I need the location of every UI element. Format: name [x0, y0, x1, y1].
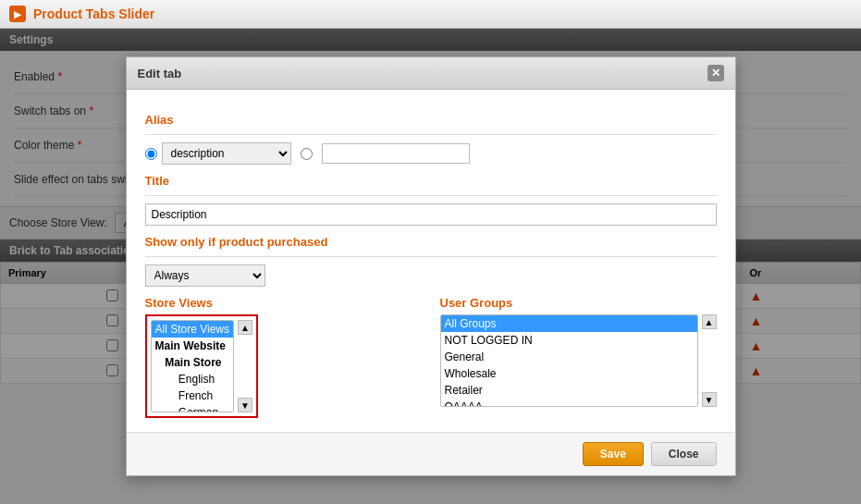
- alias-section-label: Alias: [145, 113, 717, 127]
- title-section-label: Title: [145, 174, 717, 188]
- modal-body: Alias description additional product_add…: [127, 90, 735, 432]
- modal-title: Edit tab: [138, 67, 182, 80]
- purchased-select[interactable]: Always Yes No: [145, 264, 265, 287]
- title-input[interactable]: [145, 203, 717, 226]
- alias-divider: [145, 134, 717, 135]
- user-listbox-wrap: All Groups NOT LOGGED IN General Wholesa…: [440, 314, 717, 407]
- user-scroll-up[interactable]: ▲: [702, 314, 717, 329]
- app-title: Product Tabs Slider: [33, 6, 154, 21]
- alias-dropdown-radio[interactable]: [145, 148, 157, 160]
- purchased-divider: [145, 256, 717, 257]
- store-scrollbar: ▲ ▼: [238, 320, 252, 412]
- modal-close-button[interactable]: ✕: [707, 65, 724, 81]
- purchased-row: Always Yes No: [145, 264, 717, 287]
- modal-dialog: Edit tab ✕ Alias description additional …: [126, 56, 736, 476]
- store-listbox-wrap: All Store Views Main Website Main Store …: [151, 320, 252, 412]
- alias-select-wrap: description additional product_additiona…: [145, 142, 291, 165]
- top-bar: ▶ Product Tabs Slider: [0, 0, 861, 29]
- user-groups-label: User Groups: [440, 296, 717, 310]
- store-scroll-up[interactable]: ▲: [238, 320, 252, 335]
- store-user-row: Store Views All Store Views Main Website…: [145, 296, 717, 418]
- alias-dropdown-select[interactable]: description additional product_additiona…: [162, 142, 291, 165]
- modal-overlay: Edit tab ✕ Alias description additional …: [0, 29, 861, 504]
- user-scroll-down[interactable]: ▼: [702, 392, 717, 407]
- store-scroll-down[interactable]: ▼: [238, 398, 252, 412]
- store-box-border: All Store Views Main Website Main Store …: [145, 314, 258, 418]
- modal-header: Edit tab ✕: [127, 57, 735, 90]
- user-scrollbar: ▲ ▼: [702, 314, 717, 407]
- store-listbox-inner: All Store Views Main Website Main Store …: [151, 320, 234, 412]
- store-views-listbox[interactable]: All Store Views Main Website Main Store …: [151, 320, 234, 412]
- alias-text-radio[interactable]: [301, 148, 313, 160]
- store-views-box: Store Views All Store Views Main Website…: [145, 296, 422, 418]
- modal-footer: Save Close: [127, 432, 735, 475]
- save-button[interactable]: Save: [583, 442, 644, 466]
- user-groups-listbox[interactable]: All Groups NOT LOGGED IN General Wholesa…: [440, 314, 698, 407]
- user-listbox-inner: All Groups NOT LOGGED IN General Wholesa…: [440, 314, 698, 407]
- user-groups-box: User Groups All Groups NOT LOGGED IN Gen…: [440, 296, 717, 418]
- app-icon: ▶: [9, 6, 26, 22]
- close-button[interactable]: Close: [651, 442, 717, 466]
- main-content: Settings Enabled * YesNo Switch tabs on …: [0, 29, 861, 504]
- purchased-section-label: Show only if product purchased: [145, 235, 717, 249]
- alias-text-input[interactable]: [322, 143, 470, 164]
- title-divider: [145, 195, 717, 196]
- alias-row: description additional product_additiona…: [145, 142, 717, 165]
- store-views-label: Store Views: [145, 296, 422, 310]
